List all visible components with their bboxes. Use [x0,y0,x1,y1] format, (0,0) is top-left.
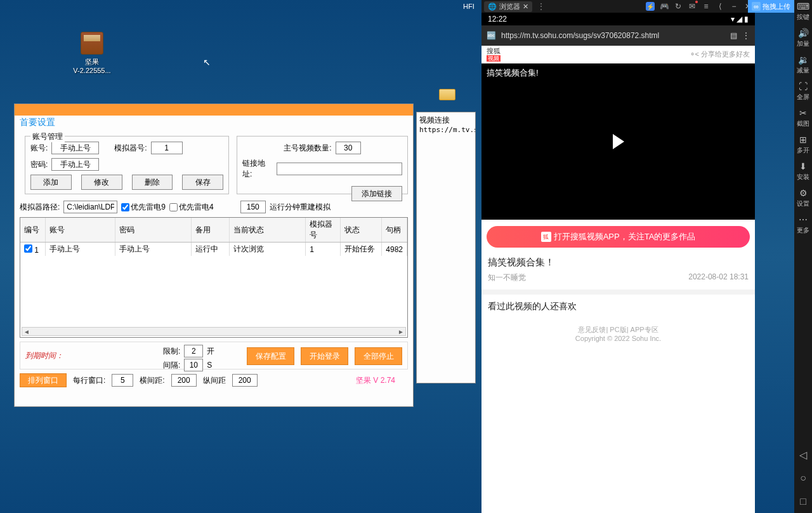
emulator-path-input[interactable] [63,201,117,213]
refresh-icon[interactable]: ↻ [674,2,683,11]
add-link-button[interactable]: 添加链接 [351,186,402,201]
start-login-button[interactable]: 开始登录 [301,347,348,365]
scissors-icon: ✂ [799,108,807,118]
limit-input[interactable] [184,345,203,357]
icon-sublabel: V-2.22555... [73,67,111,74]
emulator-titlebar[interactable]: 🌐 浏览器 ✕ ⋮ ⚡ 🎮 ↻ ✉ ≡ ⟨ − ✕ [481,0,755,13]
url-text[interactable]: https://m.tv.sohu.com/sugs/sv370620872.s… [501,31,725,40]
password-label: 密码: [30,159,48,170]
cloud-icon: ∞ [752,2,761,11]
accounts-table[interactable]: 编号 账号 密码 备用 当前状态 模拟器号 状态 句柄 1 手动上号 手动上号 … [20,217,408,338]
tab-menu-icon[interactable]: ⋮ [537,2,545,11]
gamepad-icon[interactable]: 🎮 [660,2,669,11]
tabs-icon[interactable]: ▤ [730,31,737,40]
h-gap-input[interactable] [171,374,197,387]
limit-label: 限制: [163,346,180,357]
stop-all-button[interactable]: 全部停止 [355,347,402,365]
keyboard-icon: ⌨ [797,1,809,11]
folder-icon [439,89,455,100]
app-titlebar[interactable] [15,104,413,116]
link-addr-input[interactable] [277,163,402,175]
sidebar-keys[interactable]: ⌨按键 [797,1,809,22]
sidebar-install[interactable]: ⬇安装 [797,161,809,182]
phone-statusbar: 12:22 ▾◢▮ [481,13,755,25]
wifi-icon: ▾ [731,15,735,23]
cursor-icon: ↖ [203,57,211,67]
sidebar-screenshot[interactable]: ✂截图 [797,108,809,128]
video-author[interactable]: 知一不睡觉 [488,272,526,283]
add-button[interactable]: 添加 [30,175,72,190]
v-gap-input[interactable] [232,374,258,387]
scroll-right-icon: ► [396,328,405,335]
account-management-group: 账号管理 账号: 模拟器号: 密码: 添加 修改 删除 保存 [25,136,229,194]
status-time: 12:22 [488,15,507,23]
password-input[interactable] [51,158,99,171]
account-input[interactable] [51,142,99,154]
save-config-button[interactable]: 保存配置 [247,347,294,365]
globe-icon: 🌐 [488,3,497,11]
expire-label: 到期时间： [25,350,63,361]
desktop-icon-jianguo[interactable]: 坚果 V-2.22555... [73,32,111,74]
arrange-windows-button[interactable]: 排列窗口 [20,373,67,387]
open-app-button[interactable]: 狐 打开搜狐视频APP，关注TA的更多作品 [487,226,750,248]
interval-unit: S [207,361,212,370]
back-icon[interactable]: ⟨ [716,2,724,11]
minimize-icon[interactable]: − [730,2,738,11]
per-window-input[interactable] [112,374,133,387]
close-icon[interactable]: ✕ [523,3,528,11]
main-video-count-input[interactable] [336,142,361,154]
priority-leidian4-checkbox[interactable]: 优先雷电4 [169,202,214,213]
side-title: 视频连接 [419,115,473,126]
phone-screen: 12:22 ▾◢▮ 🔤 https://m.tv.sohu.com/sugs/s… [481,13,755,513]
main-app-window: 首要设置 账号管理 账号: 模拟器号: 密码: 添加 修改 [14,103,414,407]
mail-icon[interactable]: ✉ [688,2,697,11]
video-player[interactable]: 搞笑视频合集! [481,63,755,220]
page-footer: 意见反馈| PC版| APP专区 Copyright © 2022 Sohu I… [481,319,755,349]
table-row[interactable]: 1 手动上号 手动上号 运行中 计次浏览 1 开始任务 4982 [20,243,407,256]
per-window-label: 每行窗口: [73,375,105,386]
sidebar-settings[interactable]: ⚙设置 [797,188,809,208]
cloud-upload-button[interactable]: ∞ 拖拽上传 [748,0,794,13]
interval-label: 间隔: [163,360,180,371]
footer-links[interactable]: 意见反馈| PC版| APP专区 [488,325,749,335]
android-nav: ◁ ○ □ [794,443,812,513]
sidebar-more[interactable]: ⋯更多 [797,215,809,235]
play-icon[interactable] [613,134,624,149]
video-link-group: 主号视频数量: 链接地址: 添加链接 [237,136,408,194]
browser-menu-icon[interactable]: ⋮ [742,31,750,40]
emulator-path-label: 模拟器路径: [20,202,60,213]
row-checkbox[interactable] [24,244,32,253]
nav-recent-icon[interactable]: □ [800,496,806,507]
emulator-no-label: 模拟器号: [114,143,147,154]
page-content[interactable]: 搜狐 视频 ⚬< 分享给更多好友 搞笑视频合集! 狐 打开搜狐视频APP，关注T… [481,46,755,513]
nav-home-icon[interactable]: ○ [800,472,806,484]
sidebar-volume-up[interactable]: 🔊加量 [797,28,809,48]
footer-row-1: 到期时间： 限制: 开 间隔: S 保存配置 开始登录 全部停止 [20,342,408,370]
video-overlay-title: 搞笑视频合集! [487,67,539,79]
menu-icon[interactable]: ≡ [702,2,710,11]
copyright: Copyright © 2022 Sohu Inc. [488,335,749,342]
browser-addressbar[interactable]: 🔤 https://m.tv.sohu.com/sugs/sv370620872… [481,25,755,46]
browser-tab[interactable]: 🌐 浏览器 ✕ [484,1,532,12]
share-button[interactable]: ⚬< 分享给更多好友 [690,50,750,59]
sidebar-multi[interactable]: ⊞多开 [797,135,809,155]
share-icon: ⚬< [690,50,699,58]
app-icon[interactable]: ⚡ [646,2,655,11]
nav-back-icon[interactable]: ◁ [799,449,807,461]
emulator-no-input[interactable] [151,142,183,154]
priority-leidian9-checkbox[interactable]: 优先雷电9 [121,202,166,213]
version-label: 坚果 V 2.74 [356,375,395,386]
battery-icon: ▮ [744,15,749,23]
rebuild-minutes-input[interactable] [240,201,266,213]
sidebar-volume-down[interactable]: 🔉减量 [797,55,809,75]
sidebar-fullscreen[interactable]: ⛶全屏 [797,81,809,102]
modify-button[interactable]: 修改 [81,175,122,190]
side-url: https://m.tv.sohu. [419,126,473,134]
interval-input[interactable] [184,359,203,371]
sohu-logo[interactable]: 搜狐 视频 [487,48,501,62]
delete-button[interactable]: 删除 [132,175,173,190]
save-button[interactable]: 保存 [182,175,223,190]
table-scrollbar[interactable]: ◄► [22,327,406,336]
install-icon: ⬇ [799,161,807,171]
site-info-icon[interactable]: 🔤 [487,31,496,40]
